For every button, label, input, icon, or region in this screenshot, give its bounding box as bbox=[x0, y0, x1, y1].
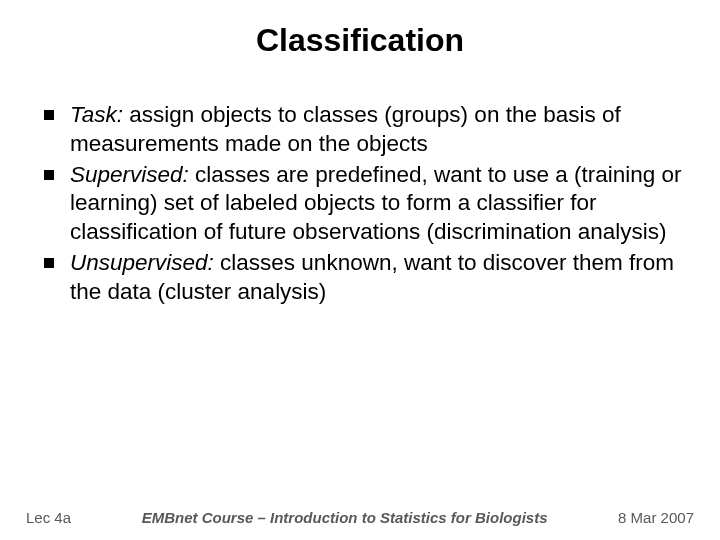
list-item: Task: assign objects to classes (groups)… bbox=[44, 101, 690, 159]
slide-footer: Lec 4a EMBnet Course – Introduction to S… bbox=[0, 509, 720, 526]
bullet-term: Unsupervised: bbox=[70, 250, 214, 275]
bullet-term: Supervised: bbox=[70, 162, 189, 187]
bullet-text: assign objects to classes (groups) on th… bbox=[70, 102, 621, 156]
list-item: Unsupervised: classes unknown, want to d… bbox=[44, 249, 690, 307]
list-item: Supervised: classes are predefined, want… bbox=[44, 161, 690, 247]
footer-right: 8 Mar 2007 bbox=[618, 509, 694, 526]
footer-left: Lec 4a bbox=[26, 509, 71, 526]
footer-center: EMBnet Course – Introduction to Statisti… bbox=[71, 509, 618, 526]
bullet-term: Task: bbox=[70, 102, 123, 127]
bullet-list: Task: assign objects to classes (groups)… bbox=[30, 101, 690, 307]
slide: Classification Task: assign objects to c… bbox=[0, 0, 720, 540]
slide-title: Classification bbox=[30, 22, 690, 59]
